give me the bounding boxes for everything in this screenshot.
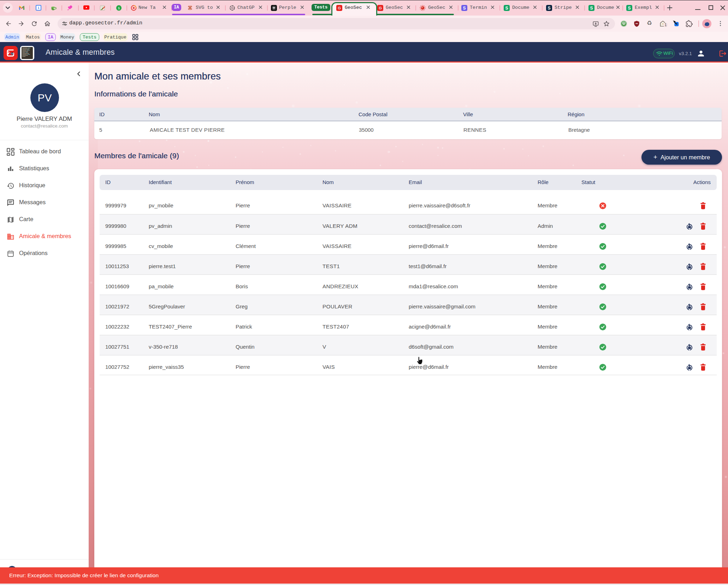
svg-text:S: S [505, 5, 508, 10]
svg-text:S: S [590, 5, 593, 10]
svg-text:S: S [463, 5, 466, 10]
svg-text:S: S [628, 5, 631, 10]
svg-text:S: S [548, 5, 550, 10]
svg-text:1: 1 [118, 6, 119, 10]
